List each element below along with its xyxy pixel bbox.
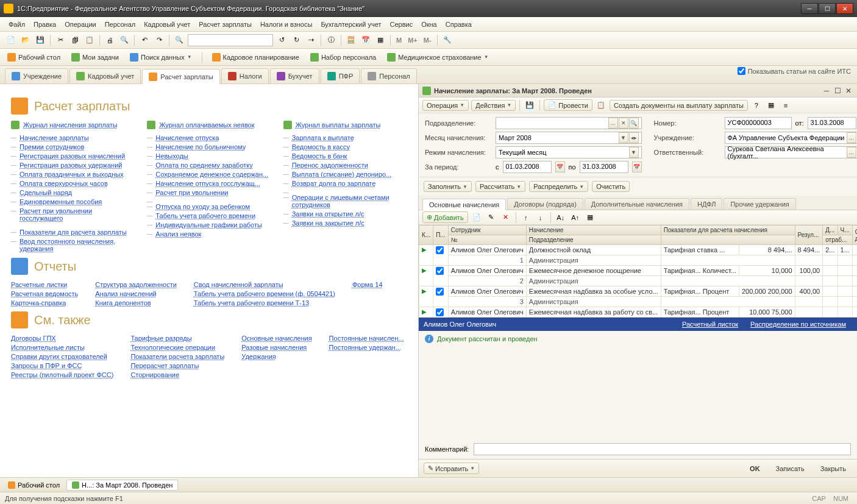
- create-payout-button[interactable]: Создать документы на выплату зарплаты: [610, 100, 748, 111]
- panel-link[interactable]: Единовременные пособия: [20, 198, 102, 205]
- mode-input[interactable]: Текущий месяц▼: [496, 146, 642, 158]
- t2-icon[interactable]: ≡: [780, 99, 792, 112]
- nav-planning[interactable]: Кадровое планирование: [210, 52, 302, 63]
- panel-link[interactable]: Начисление отпуска: [155, 134, 219, 141]
- panel-link[interactable]: Свод начисленной зарплаты: [194, 281, 335, 288]
- panel-link[interactable]: Ведомость в кассу: [292, 143, 350, 151]
- panel-link[interactable]: Договоры ГПХ: [11, 335, 113, 342]
- dialog-max-button[interactable]: ☐: [833, 87, 842, 95]
- panel-link[interactable]: Показатели расчета зарплаты: [130, 353, 224, 360]
- menu-taxes[interactable]: Налоги и взносы: [257, 19, 316, 30]
- m-plus-button[interactable]: M+: [406, 37, 419, 44]
- panel-link[interactable]: Оплата сверхурочных часов: [20, 180, 108, 187]
- tab-acc[interactable]: Бухучет: [270, 68, 319, 83]
- tab-org[interactable]: Учреждение: [5, 68, 68, 83]
- tab-staff[interactable]: Персонал: [361, 68, 417, 83]
- panel-link[interactable]: Оплата праздничных и выходных: [20, 171, 124, 178]
- minimize-button[interactable]: ─: [801, 3, 818, 14]
- panel-link[interactable]: Отпуска по уходу за ребенком: [155, 203, 250, 210]
- panel-link[interactable]: Перенос задолженности: [292, 161, 368, 169]
- panel-link[interactable]: Регистрация разовых удержаний: [20, 161, 122, 169]
- resp-input[interactable]: Суркова Светлана Алексеевна (бухгалт....…: [725, 146, 857, 158]
- maximize-button[interactable]: ☐: [819, 3, 836, 14]
- panel-link[interactable]: Расчетная ведомость: [11, 290, 78, 297]
- nav3-icon[interactable]: ⇢: [305, 34, 317, 46]
- task-payroll-doc[interactable]: Н...: За Март 2008. Проведен: [66, 480, 178, 491]
- panel-link[interactable]: Структура задолженности: [95, 281, 177, 288]
- cut-icon[interactable]: ✂: [54, 34, 66, 46]
- task-desktop[interactable]: Рабочий стол: [2, 480, 65, 491]
- save-doc-icon[interactable]: 💾: [524, 99, 536, 112]
- new-icon[interactable]: 📄: [5, 34, 17, 46]
- dialog-min-button[interactable]: ─: [822, 87, 831, 95]
- undo-icon[interactable]: ↶: [138, 34, 151, 46]
- unpost-icon[interactable]: 📋: [595, 99, 607, 112]
- date-input[interactable]: 31.03.2008: [808, 117, 856, 129]
- search-input[interactable]: [188, 34, 273, 46]
- sort-desc-icon[interactable]: A↑: [569, 211, 581, 224]
- fill-button[interactable]: Заполнить▼: [424, 181, 472, 192]
- panel-link[interactable]: Табель учета рабочего времени (ф. 050442…: [194, 290, 335, 297]
- fix-button[interactable]: ✎ Исправить▼: [424, 463, 479, 474]
- panel-link[interactable]: Расчетные листки: [11, 281, 78, 288]
- ok-button[interactable]: OK: [744, 463, 766, 474]
- menu-edit[interactable]: Правка: [30, 19, 60, 30]
- paste-icon[interactable]: 📋: [84, 34, 96, 46]
- t1-icon[interactable]: ▦: [765, 99, 777, 112]
- distribution-link[interactable]: Распределение по источникам: [744, 321, 852, 328]
- cols-icon[interactable]: ▦: [584, 211, 596, 224]
- panel-link[interactable]: Книга депонентов: [95, 299, 177, 307]
- panel-link[interactable]: Сторнирование: [130, 371, 224, 378]
- menu-personnel[interactable]: Персонал: [101, 19, 140, 30]
- copy-row-icon[interactable]: 📄: [471, 211, 483, 224]
- panel-link[interactable]: Табель учета рабочего времени: [155, 212, 255, 219]
- panel-link[interactable]: Оплата по среднему заработку: [155, 161, 252, 169]
- calc-icon[interactable]: 🧮: [345, 34, 357, 46]
- panel-link[interactable]: Исполнительные листы: [11, 344, 113, 351]
- panel-link[interactable]: Тарифные разряды: [130, 335, 224, 342]
- panel-link[interactable]: Реестры (пилотный проект ФСС): [11, 371, 113, 378]
- nav-recruit[interactable]: Набор персонала: [308, 52, 379, 63]
- tab-payroll[interactable]: Расчет зарплаты: [142, 69, 220, 84]
- nav1-icon[interactable]: ↺: [276, 34, 288, 46]
- post-button[interactable]: 📄Провести: [544, 99, 592, 111]
- redo-icon[interactable]: ↷: [153, 34, 165, 46]
- panel-link[interactable]: Расчет при увольнении госслужащего: [20, 207, 92, 222]
- subtab-main[interactable]: Основные начисления: [422, 199, 506, 210]
- table-row[interactable]: ▶Алимов Олег ОлеговичЕжемесячная надбавк…: [419, 307, 858, 318]
- panel-link[interactable]: Удержания: [241, 353, 311, 360]
- down-icon[interactable]: ↓: [535, 211, 547, 224]
- print-icon[interactable]: 🖨: [104, 34, 116, 46]
- table-row[interactable]: ▶Алимов Олег ОлеговичЕжемесячное денежно…: [419, 266, 858, 276]
- open-icon[interactable]: 📂: [20, 34, 32, 46]
- org-input[interactable]: ФА Управление Субъекта Федерации...🔍: [725, 132, 857, 144]
- panel-link[interactable]: Начисление по больничному: [155, 143, 246, 151]
- col2-head[interactable]: Журнал оплачиваемых неявок: [159, 121, 254, 129]
- panel-link[interactable]: Перерасчет зарплаты: [130, 362, 224, 369]
- nav-medical[interactable]: Медицинское страхование▼: [385, 52, 491, 63]
- panel-link[interactable]: Расчет при увольнении: [155, 189, 228, 196]
- edit-row-icon[interactable]: ✎: [485, 211, 497, 224]
- cal-icon[interactable]: 📅: [360, 34, 372, 46]
- menu-accounting[interactable]: Бухгалтерский учет: [317, 19, 385, 30]
- accruals-grid[interactable]: К... П... Сотрудник Начисление Показател…: [419, 225, 857, 318]
- payslip-link[interactable]: Расчетный листок: [676, 321, 744, 328]
- month-input[interactable]: Март 2008▼◂▸: [496, 132, 642, 144]
- col3-head[interactable]: Журнал выплаты зарплаты: [296, 121, 381, 129]
- panel-link[interactable]: Разовые начисления: [241, 344, 311, 351]
- m-button[interactable]: M: [394, 37, 404, 44]
- preview-icon[interactable]: 🔍: [118, 34, 130, 46]
- panel-link[interactable]: Анализ начислений: [95, 290, 177, 297]
- info-icon[interactable]: ⓘ: [325, 34, 337, 46]
- dept-input[interactable]: ...✕🔍: [496, 117, 642, 129]
- date-from-input[interactable]: 01.03.2008: [503, 161, 552, 173]
- panel-link[interactable]: Премии сотрудников: [20, 143, 84, 151]
- subtab-additional[interactable]: Дополнительные начисления: [585, 198, 689, 210]
- copy-icon[interactable]: 🗐: [69, 34, 81, 46]
- panel-link[interactable]: Карточка-справка: [11, 299, 78, 307]
- panel-link[interactable]: Форма 14: [352, 281, 383, 288]
- panel-link[interactable]: Запросы в ПФР и ФСС: [11, 362, 113, 369]
- nav2-icon[interactable]: ↻: [290, 34, 302, 46]
- panel-link[interactable]: Регистрация разовых начислений: [20, 152, 125, 160]
- panel-link[interactable]: Индивидуальные графики работы: [155, 221, 262, 229]
